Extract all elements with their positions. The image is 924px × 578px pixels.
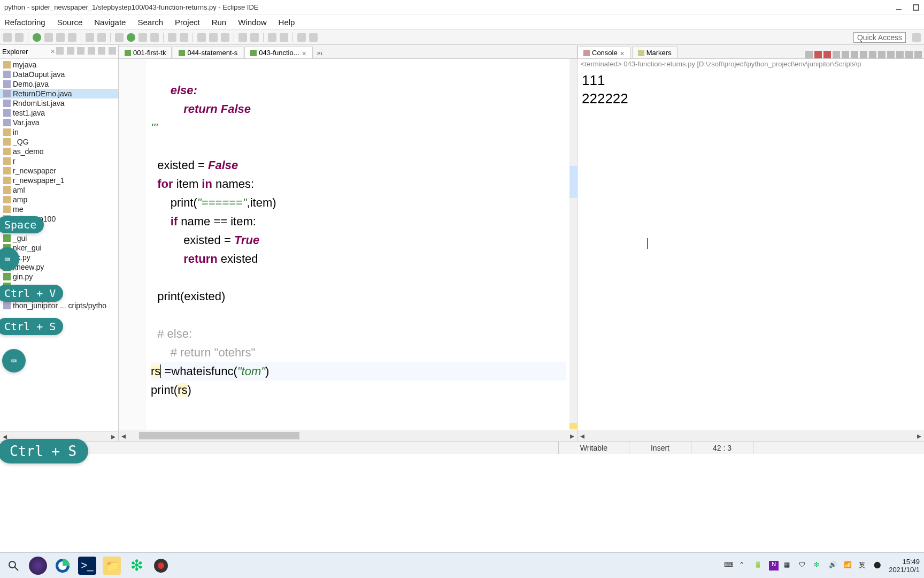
minimize-icon[interactable] [895,4,903,11]
explorer-item[interactable]: r [0,156,118,166]
explorer-item[interactable]: r_newspaper [0,166,118,176]
console-h-scrollbar[interactable]: ◂▸ [578,430,924,441]
menu-navigate[interactable]: Navigate [92,17,128,28]
toolbar-icon[interactable] [268,33,276,42]
toolbar-icon[interactable] [250,33,259,42]
toolbar-icon[interactable] [221,33,229,42]
toolbar-icon[interactable] [97,33,106,42]
explorer-item[interactable]: RndomList.java [0,98,118,108]
toolbar-icon[interactable] [280,33,288,42]
menu-project[interactable]: Project [173,17,202,28]
explorer-item[interactable]: _gui [0,233,118,243]
tray-icon[interactable]: ❇ [814,561,823,571]
tray-icon[interactable]: 🛡 [799,561,808,571]
collapse-icon[interactable] [56,47,64,55]
back-icon[interactable] [297,33,306,42]
minimize-view-icon[interactable] [905,51,913,58]
explorer-item[interactable]: amp [0,195,118,204]
console-tool-icon[interactable] [887,51,895,58]
toolbar-icon[interactable] [86,33,94,42]
toolbar-icon[interactable] [209,33,218,42]
toolbar-icon[interactable] [150,33,159,42]
explorer-item[interactable]: Demo.java [0,79,118,89]
explorer-item[interactable]: as_demo [0,147,118,156]
maximize-icon[interactable] [912,4,920,11]
menu-search[interactable]: Search [135,17,165,28]
menu-source[interactable]: Source [55,17,85,28]
keyboard-icon[interactable]: ⌨ [724,561,734,571]
toolbar-icon[interactable] [197,33,206,42]
editor-tab[interactable]: 001-first-tk [119,47,172,58]
pin-icon[interactable] [878,51,886,58]
volume-icon[interactable]: 🔊 [829,561,838,571]
editor-tab-active[interactable]: 043-functio...✕ [244,47,312,58]
toolbar-icon[interactable] [238,33,247,42]
editor-tab[interactable]: 044-statement-s [173,47,243,58]
run-dropdown-icon[interactable] [127,33,135,42]
explorer-item[interactable]: aml [0,185,118,195]
remove-icon[interactable] [833,51,840,58]
battery-icon[interactable]: 🔋 [754,561,764,571]
file-explorer-icon[interactable]: 📁 [103,557,121,575]
eclipse-icon[interactable] [29,557,47,575]
show-list-icon[interactable]: »₁ [314,48,327,58]
toolbar-icon[interactable] [15,33,24,42]
close-tab-icon[interactable]: ✕ [302,50,307,56]
scrollbar-thumb[interactable] [139,432,299,439]
toolbar-icon[interactable] [56,33,65,42]
explorer-item[interactable]: nker_gui [0,243,118,253]
console-tool-icon[interactable] [860,51,867,58]
explorer-item[interactable]: ReturnDEmo.java [0,89,118,98]
forward-icon[interactable] [309,33,318,42]
explorer-item[interactable]: gin.py [0,272,118,282]
console-tool-icon[interactable] [842,51,849,58]
toolbar-icon[interactable] [44,33,53,42]
onenote-icon[interactable]: N [769,561,779,571]
debug-icon[interactable] [115,33,124,42]
wifi-icon[interactable]: 📶 [844,561,853,571]
edge-icon[interactable] [53,557,72,575]
explorer-item[interactable]: DataOuput.java [0,70,118,79]
scroll-left-icon[interactable]: ◂ [119,431,128,441]
link-icon[interactable] [67,47,74,55]
maximize-view-icon[interactable] [109,47,116,55]
explorer-item[interactable]: test1.java [0,108,118,118]
terminate-all-icon[interactable] [823,51,831,58]
console-output[interactable]: 111 222222 [578,69,924,110]
explorer-item[interactable]: thon_junipitor ... cripts/pytho [0,301,118,310]
toolbar-icon[interactable] [68,33,76,42]
toolbar-icon[interactable] [168,33,176,42]
menu-refactoring[interactable]: Refactoring [2,17,48,28]
minimize-view-icon[interactable] [98,47,105,55]
console-tool-icon[interactable] [869,51,876,58]
code-editor[interactable]: else: return False ''' existed = False f… [119,59,577,430]
menu-run[interactable]: Run [210,17,229,28]
console-tool-icon[interactable] [805,51,813,58]
chevron-up-icon[interactable]: ⌃ [739,561,749,571]
console-tool-icon[interactable] [851,51,858,58]
clock[interactable]: 15:49 2021/10/1 [889,558,920,574]
powershell-icon[interactable]: >_ [78,557,96,575]
terminate-icon[interactable] [814,51,822,58]
menu-icon[interactable] [88,47,95,55]
ime-icon[interactable]: 英 [859,561,868,571]
explorer-tree[interactable]: myjavaDataOuput.javaDemo.javaReturnDEmo.… [0,59,118,441]
record-icon[interactable] [152,557,170,575]
menu-window[interactable]: Window [236,17,268,28]
run-icon[interactable] [33,33,41,42]
quick-access[interactable]: Quick Access [853,32,906,43]
perspective-icon[interactable] [912,33,921,42]
toolbar-icon[interactable] [138,33,147,42]
close-icon[interactable]: ✕ [620,50,625,56]
explorer-item[interactable]: r_newspaper_1 [0,176,118,185]
explorer-item[interactable]: myjava [0,60,118,70]
markers-tab[interactable]: Markers [632,47,677,58]
menu-help[interactable]: Help [276,17,297,28]
search-icon[interactable] [4,557,22,575]
explorer-item[interactable]: Var.java [0,118,118,127]
scroll-right-icon[interactable]: ▸ [567,431,577,441]
horizontal-scrollbar[interactable]: ◂ ▸ [119,430,577,441]
console-dropdown-icon[interactable] [896,51,904,58]
tray-icon[interactable]: ▦ [784,561,794,571]
console-tab[interactable]: Console✕ [578,47,631,58]
